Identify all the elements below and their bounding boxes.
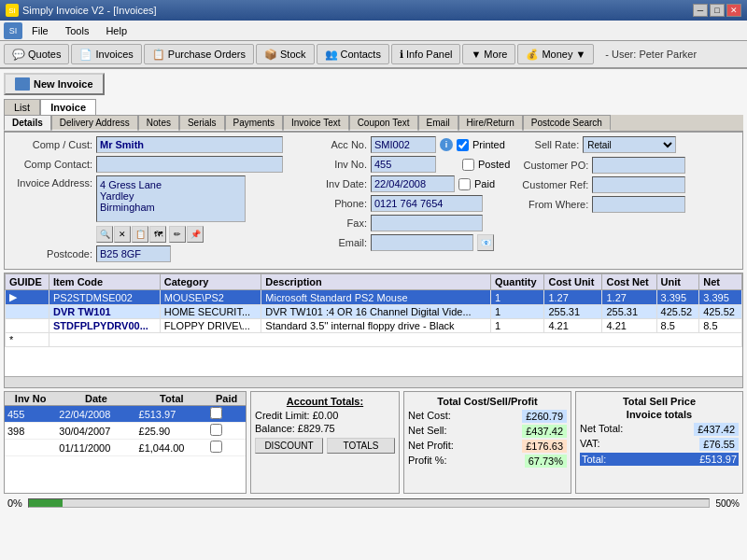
balance-label: Balance: £829.75 [255, 423, 335, 434]
quotes-icon: 💬 [12, 49, 25, 61]
col-unit: Unit [656, 274, 699, 290]
posted-checkbox[interactable] [462, 159, 474, 171]
email-label: Email: [311, 237, 367, 248]
inner-tab-serials[interactable]: Serials [179, 115, 225, 131]
email-input[interactable] [371, 234, 473, 251]
net-profit-label: Net Profit: [408, 440, 454, 453]
addr-edit-btn[interactable]: ✏ [169, 226, 186, 243]
guide-cell [6, 305, 49, 319]
sell-rate-select[interactable]: Retail [583, 136, 676, 153]
minimize-btn[interactable]: ─ [693, 4, 708, 17]
new-item-row[interactable]: * [6, 333, 742, 347]
table-h-scrollbar[interactable] [5, 376, 742, 387]
inv-date-cell: 22/04/2008 [56, 406, 135, 423]
menu-tools[interactable]: Tools [58, 23, 97, 38]
addr-copy-btn[interactable]: 📋 [132, 226, 148, 243]
progress-pct-left: 0% [7, 497, 22, 509]
inner-tab-email[interactable]: Email [418, 115, 458, 131]
invoice-address-label: Invoice Address: [8, 177, 92, 189]
printed-label: Printed [472, 139, 505, 150]
addr-paste-btn[interactable]: 📌 [187, 226, 204, 243]
cost-unit-cell: 4.21 [544, 319, 602, 333]
phone-label: Phone: [311, 198, 367, 209]
table-scroll-area[interactable]: GUIDE Item Code Category Description Qua… [5, 273, 742, 376]
paid-checkbox[interactable] [458, 178, 471, 190]
net-cell: 3.395 [699, 290, 742, 305]
data-table-container: GUIDE Item Code Category Description Qua… [4, 273, 743, 388]
printed-checkbox[interactable] [457, 139, 469, 151]
quotes-btn[interactable]: 💬Quotes [4, 44, 69, 64]
comp-cust-input[interactable] [96, 136, 283, 153]
info-icon[interactable]: i [440, 138, 453, 151]
window-title: Simply Invoice V2 - [Invoices] [22, 5, 157, 16]
bottom-area: Inv No Date Total Paid 455 22/04/2008 £5… [4, 391, 743, 494]
new-invoice-button[interactable]: New Invoice [4, 73, 105, 95]
info-panel-btn[interactable]: ℹInfo Panel [391, 44, 461, 64]
purchase-orders-btn[interactable]: 📋Purchase Orders [144, 44, 254, 64]
email-scan-btn[interactable]: 📧 [477, 234, 494, 251]
quantity-cell: 1 [490, 319, 543, 333]
invoice-list-row[interactable]: 455 22/04/2008 £513.97 [5, 406, 246, 423]
money-btn[interactable]: 💰Money▼ [517, 44, 594, 64]
address-line-2: Yardley [100, 190, 242, 202]
customer-ref-input[interactable] [592, 176, 685, 193]
category-cell: HOME SECURIT... [160, 305, 261, 319]
addr-map-btn[interactable]: 🗺 [149, 226, 166, 243]
inner-tab-coupon-text[interactable]: Coupon Text [349, 115, 418, 131]
app-icon: SI [6, 4, 19, 17]
inv-col-total: Total [136, 392, 208, 406]
acc-no-input[interactable] [371, 136, 436, 153]
tab-invoice[interactable]: Invoice [40, 99, 96, 115]
addr-clear-btn[interactable]: ✕ [114, 226, 131, 243]
inv-paid-check[interactable] [210, 424, 222, 436]
progress-bar-fill [29, 499, 63, 507]
inv-paid-check[interactable] [210, 407, 222, 419]
table-row[interactable]: ▶ PS2STDMSE002 MOUSE\PS2 Microsoft Stand… [6, 290, 742, 305]
stock-icon: 📦 [264, 49, 277, 61]
cost-sell-profit-panel: Total Cost/Sell/Profit Net Cost: £260.79… [403, 391, 571, 494]
inv-paid-check[interactable] [210, 441, 222, 453]
stock-btn[interactable]: 📦Stock [256, 44, 315, 64]
menu-file[interactable]: File [24, 23, 56, 38]
comp-contact-input[interactable] [96, 156, 283, 173]
customer-po-input[interactable] [592, 157, 685, 174]
inner-tab-delivery[interactable]: Delivery Address [51, 115, 138, 131]
addr-search-btn[interactable]: 🔍 [96, 226, 113, 243]
from-where-label: From Where: [514, 199, 588, 210]
unit-cell: 3.395 [656, 290, 699, 305]
col-cost-net: Cost Net [602, 274, 656, 290]
inner-tab-hire-return[interactable]: Hire/Return [458, 115, 523, 131]
net-total-label: Net Total: [580, 423, 623, 436]
discount-btn[interactable]: DISCOUNT [255, 438, 323, 454]
postcode-input[interactable] [96, 245, 171, 262]
close-btn[interactable]: ✕ [726, 4, 741, 17]
tab-list[interactable]: List [4, 99, 40, 115]
inner-tab-payments[interactable]: Payments [225, 115, 283, 131]
inner-tab-details[interactable]: Details [4, 115, 51, 131]
table-row[interactable]: DVR TW101 HOME SECURIT... DVR TW101 :4 O… [6, 305, 742, 319]
fax-label: Fax: [311, 217, 367, 229]
invoice-list-row[interactable]: 398 30/04/2007 £25.90 [5, 423, 246, 440]
contacts-btn[interactable]: 👥Contacts [317, 44, 389, 64]
col-net: Net [699, 274, 742, 290]
from-where-input[interactable] [592, 196, 685, 213]
restore-btn[interactable]: □ [710, 4, 725, 17]
phone-input[interactable] [371, 195, 483, 212]
more-btn[interactable]: ▼More [462, 44, 515, 64]
inv-no-input[interactable] [371, 156, 436, 173]
outer-tab-bar: List Invoice [4, 99, 743, 115]
inner-tab-invoice-text[interactable]: Invoice Text [283, 115, 349, 131]
totals-btn[interactable]: TOTALS [327, 438, 395, 454]
cost-unit-cell: 255.31 [544, 305, 602, 319]
cost-sell-profit-title: Total Cost/Sell/Profit [408, 396, 567, 407]
inv-total-cell: £1,044.00 [136, 440, 208, 456]
invoice-list-row[interactable]: 01/11/2000 £1,044.00 [5, 440, 246, 456]
menu-help[interactable]: Help [98, 23, 134, 38]
inner-tab-notes[interactable]: Notes [138, 115, 179, 131]
fax-input[interactable] [371, 215, 483, 231]
menu-bar: SI File Tools Help [0, 21, 747, 41]
inv-date-input[interactable] [371, 175, 455, 192]
table-row[interactable]: STDFPLPYDRV00... FLOPPY DRIVE\... Standa… [6, 319, 742, 333]
invoices-btn[interactable]: 📄Invoices [71, 44, 141, 64]
inner-tab-postcode[interactable]: Postcode Search [523, 115, 611, 131]
